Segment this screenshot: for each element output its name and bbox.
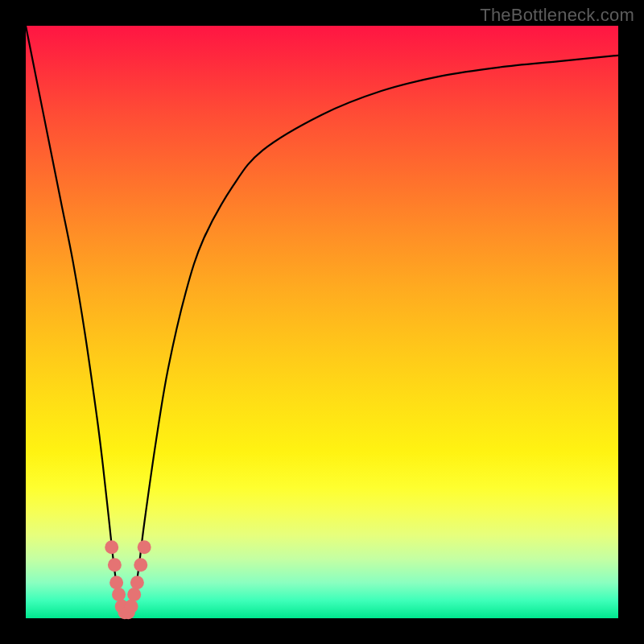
curve-marker <box>134 558 147 572</box>
curve-marker <box>109 576 123 589</box>
bottleneck-curve-svg <box>26 26 618 618</box>
curve-marker <box>138 540 151 554</box>
curve-marker <box>108 558 122 572</box>
curve-marker <box>105 540 118 554</box>
curve-marker <box>130 576 144 589</box>
plot-area <box>26 26 618 618</box>
curve-marker <box>127 588 141 601</box>
curve-markers <box>105 540 151 619</box>
curve-marker <box>112 588 126 601</box>
curve-marker <box>125 600 138 613</box>
chart-frame: TheBottleneck.com <box>0 0 644 644</box>
bottleneck-curve <box>26 26 618 618</box>
watermark-text: TheBottleneck.com <box>480 5 634 26</box>
